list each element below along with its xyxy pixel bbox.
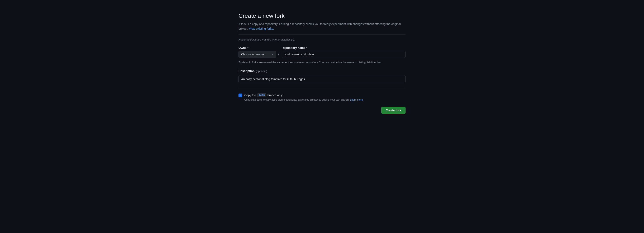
owner-repo-row: Owner * Choose an owner ▾ / Repository n… bbox=[238, 46, 406, 58]
repo-helper-text: By default, forks are named the same as … bbox=[238, 60, 406, 64]
branch-name-badge: main bbox=[257, 93, 266, 97]
required-note: Required fields are marked with an aster… bbox=[238, 38, 406, 41]
description-text-prefix: A bbox=[238, 22, 241, 26]
checkbox-label-group: Copy the main branch only Contribute bac… bbox=[244, 93, 364, 102]
repo-required-star: * bbox=[306, 46, 307, 50]
bottom-divider bbox=[238, 88, 406, 88]
optional-text: (optional) bbox=[256, 70, 267, 73]
page-title: Create a new fork bbox=[238, 12, 406, 19]
page-container: Create a new fork A fork is a copy of a … bbox=[238, 8, 406, 114]
owner-group: Owner * Choose an owner ▾ bbox=[238, 46, 276, 58]
learn-more-link[interactable]: Learn more. bbox=[350, 98, 364, 101]
create-fork-button[interactable]: Create fork bbox=[381, 107, 406, 114]
copy-branch-checkbox-wrapper[interactable]: ✓ bbox=[238, 94, 242, 97]
branch-copy-label: Copy the main branch only bbox=[244, 93, 364, 97]
chevron-down-icon: ▾ bbox=[272, 53, 273, 56]
page-description: A fork is a copy of a repository. Forkin… bbox=[238, 22, 406, 31]
owner-required-star: * bbox=[248, 46, 249, 50]
description-label: Description (optional) bbox=[238, 69, 406, 73]
slash-separator: / bbox=[276, 51, 282, 58]
view-forks-link[interactable]: View existing forks. bbox=[249, 27, 274, 30]
button-row: Create fork bbox=[238, 107, 406, 114]
description-group: Description (optional) bbox=[238, 69, 406, 83]
owner-dropdown[interactable]: Choose an owner ▾ bbox=[238, 51, 276, 58]
label-prefix: Copy the bbox=[244, 94, 256, 97]
label-suffix: branch only bbox=[268, 94, 282, 97]
description-input[interactable] bbox=[238, 75, 406, 83]
owner-placeholder: Choose an owner bbox=[241, 52, 264, 56]
branch-copy-row: ✓ Copy the main branch only Contribute b… bbox=[238, 93, 406, 102]
repo-name-input[interactable] bbox=[282, 51, 406, 58]
repo-label: Repository name * bbox=[282, 46, 406, 50]
contribute-text: Contribute back to easy-astro-blog-creat… bbox=[244, 98, 364, 102]
owner-label: Owner * bbox=[238, 46, 276, 50]
top-divider bbox=[238, 34, 406, 35]
fork-italic: fork bbox=[241, 22, 246, 26]
repo-group: Repository name * bbox=[282, 46, 406, 58]
